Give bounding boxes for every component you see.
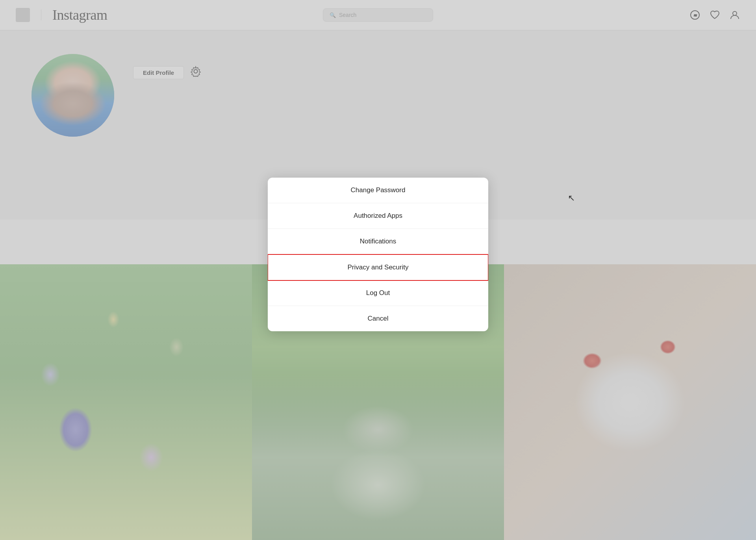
settings-modal: Change PasswordAuthorized AppsNotificati…: [268, 178, 488, 331]
modal-item-authorized-apps[interactable]: Authorized Apps: [268, 203, 488, 229]
modal-item-privacy-security[interactable]: Privacy and Security: [268, 254, 488, 281]
modal-item-cancel[interactable]: Cancel: [268, 306, 488, 331]
modal-item-label-notifications: Notifications: [360, 238, 397, 245]
modal-item-label-change-password: Change Password: [351, 186, 406, 194]
modal-item-log-out[interactable]: Log Out: [268, 280, 488, 306]
modal-item-label-authorized-apps: Authorized Apps: [354, 212, 402, 220]
modal-item-label-cancel: Cancel: [368, 315, 389, 323]
modal-item-label-privacy-security: Privacy and Security: [348, 264, 409, 271]
modal-item-label-log-out: Log Out: [366, 289, 390, 297]
modal-item-notifications[interactable]: Notifications: [268, 229, 488, 254]
modal-item-change-password[interactable]: Change Password: [268, 178, 488, 203]
